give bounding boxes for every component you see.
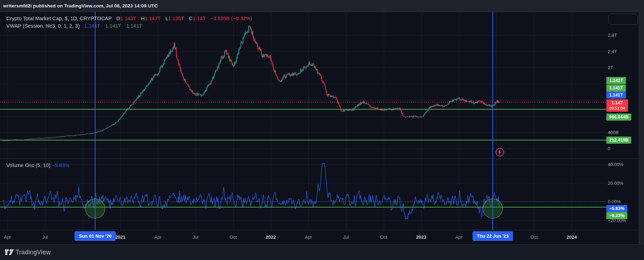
price-tick: 400B [608,130,618,135]
low-value: 1.135T [168,16,184,21]
price-label-blue: 1.141T [606,92,626,99]
price-tick: 0 [608,146,610,151]
time-tick: Apr [154,234,162,240]
oscillator-tick: 0.00% [608,199,621,204]
low-label: L [165,16,168,21]
vwap-value: 1.141T [126,23,142,29]
horizontal-line-212b[interactable] [0,140,606,140]
symbol-legend[interactable]: Crypto Total Market Cap, $, 1D, CRYPTOCA… [6,15,252,30]
vertical-line-jun-2023[interactable] [492,12,493,230]
oscillator-legend[interactable]: Volume Osc (5, 10) −5.83% [6,162,70,168]
price-label-green: 1.141T [606,77,626,84]
time-tick: 2023 [416,234,426,240]
date-marker[interactable]: Thu 22 Jun '23 [473,231,513,241]
time-tick: 2021 [115,234,125,240]
high-label: H [141,16,144,21]
vwap-legend-row: VWAP (Session, hlc3, 0, 1, 2, 3) 1.141T1… [6,22,252,30]
tradingview-brand-text[interactable]: TradingView [16,249,51,256]
price-tick: 2T [608,65,613,70]
time-tick: Oct [380,234,387,240]
change-value: −3.695B (−0.32%) [211,16,252,21]
open-value: 1.143T [120,16,136,21]
alert-bolt-icon[interactable] [495,147,505,157]
vwap-value: 1.141T [84,23,100,29]
time-tick: Oct [230,234,237,240]
time-tick: 2022 [266,234,276,240]
vertical-line-nov-2020[interactable] [95,12,95,230]
price-tick: 2.4T [608,49,617,54]
vwap-value: 1.141T [105,23,121,29]
oscillator-title[interactable]: Volume Osc (5, 10) [6,162,50,168]
oscillator-tick: 20.00% [608,180,623,186]
price-label-green: 212.419B [606,137,631,144]
highlight-circle-nov-2020[interactable] [85,199,105,218]
tradingview-logo-icon[interactable] [5,249,14,256]
oscillator-value: −5.83% [52,162,70,168]
close-value: 1.14T [192,16,206,21]
last-price-line [0,102,606,103]
high-value: 1.147T [145,16,161,21]
price-tick: 2.8T [608,32,617,38]
oscillator-label-green: −6.23% [606,212,627,219]
oscillator-tick: 40.00% [608,162,623,167]
time-tick: Apr [455,234,462,240]
footer-bar: TradingView [0,245,644,260]
time-tick: Jul [343,234,349,240]
chart-canvas[interactable] [0,0,644,260]
open-label: O [116,16,120,21]
price-label-green: 1.141T [606,84,626,92]
time-tick: Jul [192,234,198,240]
symbol-legend-row: Crypto Total Market Cap, $, 1D, CRYPTOCA… [6,15,252,22]
vwap-values: 1.141T1.141T1.141T [84,23,147,29]
symbol-title[interactable]: Crypto Total Market Cap, $, 1D, CRYPTOCA… [6,16,112,21]
oscillator-label-blue: −5.83% [606,205,627,212]
time-tick: Apr [305,234,312,240]
vwap-title[interactable]: VWAP (Session, hlc3, 0, 1, 2, 3) [6,23,80,29]
horizontal-line-966b[interactable] [0,109,606,110]
price-label-red: 1.14T09:51:04 [606,99,628,112]
time-tick: Apr [4,234,11,240]
close-label: C [189,16,192,21]
date-marker[interactable]: Sun 01 Nov '20 [75,231,116,241]
time-tick: 2024 [567,234,577,240]
price-label-green: 966.044B [606,114,631,121]
logo-placeholder-box[interactable] [608,14,638,25]
highlight-circle-jun-2023[interactable] [483,199,503,218]
time-tick: Jul [42,234,48,240]
time-tick: Oct [530,234,537,240]
tradingview-published-chart: writersmfd2i published on TradingView.co… [0,0,644,260]
